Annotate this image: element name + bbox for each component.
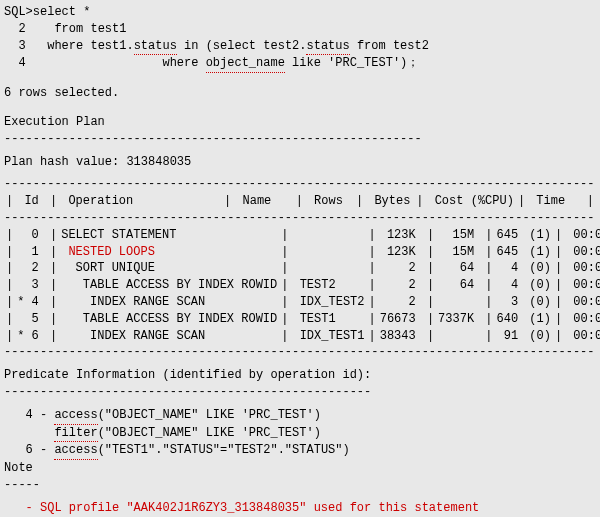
underline-word: status	[306, 38, 349, 56]
underline-word: access	[54, 407, 97, 425]
plan-row: | 5 | TABLE ACCESS BY INDEX ROWID| TEST1…	[4, 311, 600, 328]
underline-word: object_name	[206, 55, 285, 73]
plan-divider: ----------------------------------------…	[4, 344, 596, 361]
plan-row: | 2 | SORT UNIQUE| |2 |64 |4 (0)| 00:00:…	[4, 260, 600, 277]
underline-word: access	[54, 442, 97, 460]
underline-word: filter	[54, 425, 97, 443]
sql-line-1: SQL>select *	[4, 4, 596, 21]
execution-plan-table: | Id | Operation | Name | Rows | Bytes |…	[4, 193, 596, 210]
sql-block: SQL>select * 2 from test1 3 where test1.…	[4, 4, 596, 73]
sql-line-3: 3 where test1.status in (select test2.st…	[4, 38, 596, 56]
underline-word: status	[134, 38, 177, 56]
execution-plan-heading: Execution Plan	[4, 114, 596, 131]
execution-plan-table-body: | 0 |SELECT STATEMENT| |123K |15M |645 (…	[4, 227, 600, 345]
sql-line-4: 4 where object_name like 'PRC_TEST')；	[4, 55, 596, 73]
predicate-line: 4 - access("OBJECT_NAME" LIKE 'PRC_TEST'…	[4, 407, 596, 425]
divider: ----------------------------------------…	[4, 131, 596, 148]
plan-row: |* 6 | INDEX RANGE SCAN| IDX_TEST1|38343…	[4, 328, 600, 345]
plan-hash-value: Plan hash value: 313848035	[4, 154, 596, 171]
plan-row: | 3 | TABLE ACCESS BY INDEX ROWID| TEST2…	[4, 277, 600, 294]
predicate-line: 6 - access("TEST1"."STATUS"="TEST2"."STA…	[4, 442, 596, 460]
rows-selected: 6 rows selected.	[4, 85, 596, 102]
plan-row: | 0 |SELECT STATEMENT| |123K |15M |645 (…	[4, 227, 600, 244]
plan-header-row: | Id | Operation | Name | Rows | Bytes |…	[4, 193, 596, 210]
divider: -----	[4, 477, 596, 494]
divider: ----------------------------------------…	[4, 384, 596, 401]
sql-line-2: 2 from test1	[4, 21, 596, 38]
plan-row: |* 4 | INDEX RANGE SCAN| IDX_TEST2|2 | |…	[4, 294, 600, 311]
plan-divider: ----------------------------------------…	[4, 210, 596, 227]
plan-row: | 1 | NESTED LOOPS| |123K |15M |645 (1)|…	[4, 244, 600, 261]
predicate-heading: Predicate Information (identified by ope…	[4, 367, 596, 384]
predicate-line: filter("OBJECT_NAME" LIKE 'PRC_TEST')	[4, 425, 596, 443]
plan-divider: ----------------------------------------…	[4, 176, 596, 193]
note-sql-profile: - SQL profile "AAK402J1R6ZY3_313848035" …	[4, 500, 596, 517]
note-heading: Note	[4, 460, 596, 477]
